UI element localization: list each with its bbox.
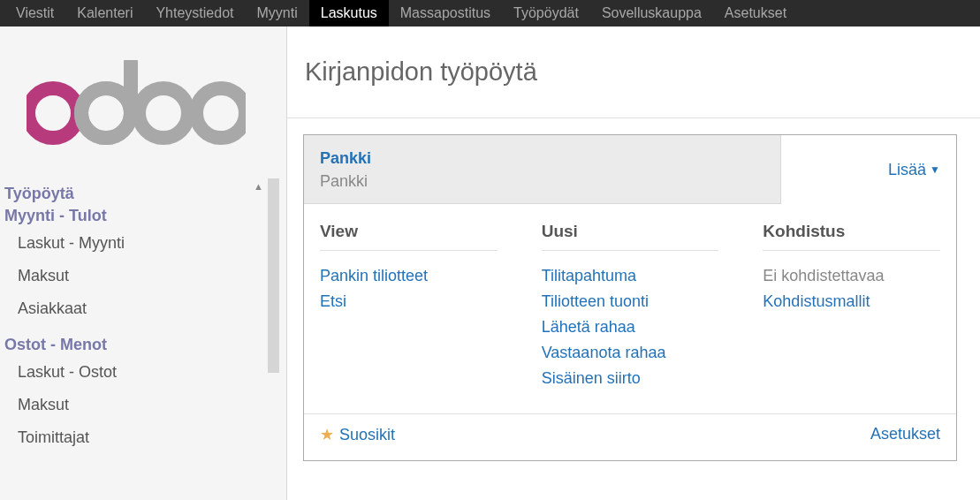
sidebar-scrollbar[interactable] xyxy=(268,178,279,373)
sidebar-section-sales-income[interactable]: Myynti - Tulot xyxy=(0,205,286,227)
more-button[interactable]: Lisää ▼ xyxy=(888,161,940,179)
odoo-logo xyxy=(0,27,286,178)
nav-messages[interactable]: Viestit xyxy=(4,0,65,27)
sidebar-item-vendors[interactable]: Toimittajat xyxy=(0,421,286,454)
star-icon: ★ xyxy=(320,425,334,444)
sidebar-item-payments-sales[interactable]: Maksut xyxy=(0,260,286,292)
reconciliation-column-title: Kohdistus xyxy=(763,222,940,251)
bank-statements-link[interactable]: Pankin tiliotteet xyxy=(320,263,498,289)
sidebar-item-invoices-purchases[interactable]: Laskut - Ostot xyxy=(0,356,286,389)
svg-point-2 xyxy=(139,88,188,138)
caret-down-icon: ▼ xyxy=(930,163,940,176)
more-label: Lisää xyxy=(888,161,926,179)
new-column: Uusi Tilitapahtuma Tiliotteen tuonti Läh… xyxy=(542,222,719,391)
internal-transfer-link[interactable]: Sisäinen siirto xyxy=(542,366,719,391)
nav-calendar[interactable]: Kalenteri xyxy=(65,0,144,27)
sidebar-section-purchases-expenses[interactable]: Ostot - Menot xyxy=(0,334,286,356)
card-settings-link[interactable]: Asetukset xyxy=(870,425,940,444)
svg-point-1 xyxy=(81,88,131,138)
main-content: Kirjanpidon työpöytä Pankki Pankki Lisää… xyxy=(287,27,980,500)
nav-contacts[interactable]: Yhteystiedot xyxy=(144,0,245,27)
sidebar-item-customers[interactable]: Asiakkaat xyxy=(0,292,286,325)
new-column-title: Uusi xyxy=(542,222,719,251)
search-link[interactable]: Etsi xyxy=(320,289,498,314)
sidebar: ▲ Työpöytä Myynti - Tulot Laskut - Myynt… xyxy=(0,27,287,500)
transaction-link[interactable]: Tilitapahtuma xyxy=(542,263,719,289)
favorites-label: Suosikit xyxy=(339,426,395,444)
svg-point-0 xyxy=(28,88,78,138)
bank-dashboard-card: Pankki Pankki Lisää ▼ View Pankin tilio xyxy=(303,134,957,461)
receive-money-link[interactable]: Vastaanota rahaa xyxy=(542,340,719,366)
nav-dashboards[interactable]: Työpöydät xyxy=(502,0,590,27)
reconciliation-models-link[interactable]: Kohdistusmallit xyxy=(763,289,940,314)
card-title[interactable]: Pankki xyxy=(320,149,764,168)
statement-import-link[interactable]: Tiliotteen tuonti xyxy=(542,289,719,314)
sidebar-item-payments-purchases[interactable]: Maksut xyxy=(0,389,286,421)
nav-mass-mailing[interactable]: Massapostitus xyxy=(389,0,502,27)
send-money-link[interactable]: Lähetä rahaa xyxy=(542,314,719,340)
view-column-title: View xyxy=(320,222,498,251)
page-title: Kirjanpidon työpöytä xyxy=(305,57,980,87)
nav-sales[interactable]: Myynti xyxy=(246,0,309,27)
top-navigation: Viestit Kalenteri Yhteystiedot Myynti La… xyxy=(0,0,980,27)
card-subtitle: Pankki xyxy=(320,172,764,191)
sidebar-section-dashboard[interactable]: Työpöytä xyxy=(0,183,286,205)
reconciliation-column: Kohdistus Ei kohdistettavaa Kohdistusmal… xyxy=(763,222,940,391)
view-column: View Pankin tiliotteet Etsi xyxy=(320,222,498,391)
scroll-up-icon[interactable]: ▲ xyxy=(254,181,263,192)
sidebar-item-invoices-sales[interactable]: Laskut - Myynti xyxy=(0,227,286,260)
svg-point-3 xyxy=(196,88,246,138)
favorites-link[interactable]: ★ Suosikit xyxy=(320,425,395,444)
nav-settings[interactable]: Asetukset xyxy=(713,0,798,27)
nav-app-store[interactable]: Sovelluskauppa xyxy=(590,0,713,27)
nothing-to-reconcile-text: Ei kohdistettavaa xyxy=(763,263,940,289)
nav-invoicing[interactable]: Laskutus xyxy=(309,0,389,27)
